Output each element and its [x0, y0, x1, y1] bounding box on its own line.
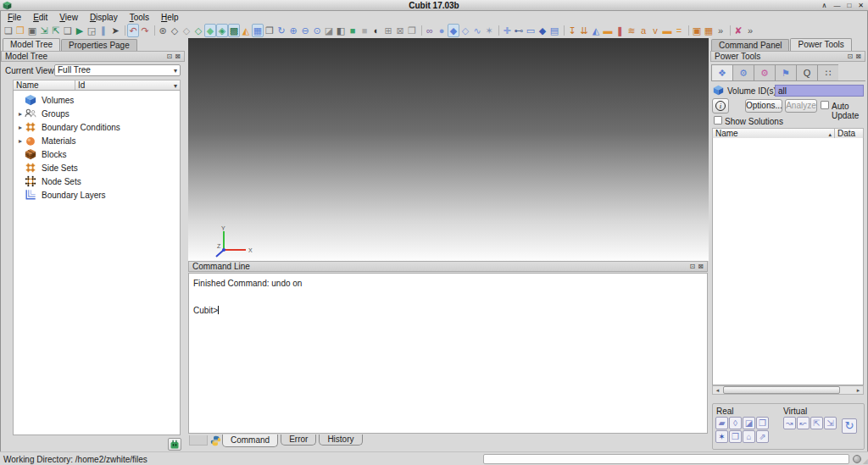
expander-icon[interactable]: ▸: [16, 124, 25, 131]
tree-item-volumes[interactable]: Volumes: [14, 93, 180, 107]
volume-ids-input[interactable]: [775, 85, 864, 97]
maximize-button[interactable]: □: [847, 0, 851, 11]
virtual-split-button[interactable]: ⇲: [824, 417, 837, 429]
zoom-fit-button[interactable]: ⊙: [311, 24, 323, 37]
create-volume-button[interactable]: ◆: [537, 24, 548, 37]
cubit-mascot-button[interactable]: [168, 438, 181, 451]
meshing-tools-tab[interactable]: ⚙: [732, 64, 754, 81]
wireframe-mode-button[interactable]: ◇: [192, 24, 204, 37]
real-heal-button[interactable]: ⌂: [743, 430, 755, 443]
eraser-button[interactable]: ◪: [323, 24, 335, 37]
tab-command-panel[interactable]: Command Panel: [711, 39, 789, 51]
volume-select-button[interactable]: ◆: [448, 24, 459, 37]
tree-item-materials[interactable]: ▸ Materials: [14, 134, 180, 147]
search-tab[interactable]: Q: [796, 64, 817, 81]
virtual-composite-button[interactable]: ↝: [783, 417, 796, 429]
contrast-view-button[interactable]: ◐: [370, 24, 382, 37]
toolbar-overflow-chevron-2[interactable]: »: [744, 24, 756, 37]
real-blend-button[interactable]: ▰: [715, 417, 728, 429]
tree-item-boundary-layers[interactable]: Boundary Layers: [14, 188, 180, 202]
toolbar-overflow-chevron[interactable]: »: [715, 24, 726, 37]
float-panel-icon[interactable]: ⊡: [848, 53, 854, 61]
vertex-select-button[interactable]: ✶: [483, 24, 495, 37]
options-button[interactable]: Options...: [745, 99, 782, 113]
python-console-button[interactable]: [209, 435, 222, 447]
float-panel-icon[interactable]: ⊡: [690, 263, 696, 271]
menu-view[interactable]: View: [53, 12, 84, 23]
pick-tool-button[interactable]: ➤: [109, 24, 121, 37]
redo-button[interactable]: ↷: [139, 24, 151, 37]
velocity-bc-button[interactable]: v: [649, 24, 661, 37]
save-journal-button[interactable]: ◲: [86, 24, 97, 37]
open-file-button[interactable]: ❒: [14, 24, 26, 37]
menu-edit[interactable]: Edit: [27, 12, 53, 23]
constraint-bc-button[interactable]: =: [673, 24, 685, 37]
horizontal-scrollbar[interactable]: ◂ ▸: [712, 385, 864, 395]
menu-help[interactable]: Help: [155, 12, 185, 23]
groups-select-button[interactable]: ∞: [424, 24, 436, 37]
render-solid-button[interactable]: ■: [347, 24, 359, 37]
tree-item-side-sets[interactable]: Side Sets: [14, 161, 180, 174]
overlay-view-button[interactable]: ❐: [406, 24, 418, 37]
pick-widget-button[interactable]: ✘: [732, 24, 744, 37]
minimize-button[interactable]: —: [833, 0, 840, 11]
float-panel-icon[interactable]: ⊡: [167, 53, 173, 61]
body-select-button[interactable]: ●: [436, 24, 448, 37]
real-remove-button[interactable]: ✶: [715, 430, 728, 443]
tab-error[interactable]: Error: [281, 435, 316, 446]
temperature-bc-button[interactable]: ❚: [614, 24, 626, 37]
export-button[interactable]: ⇱: [50, 24, 62, 37]
play-journal-button[interactable]: ▶: [74, 24, 86, 37]
close-panel-icon[interactable]: ⊠: [175, 53, 181, 61]
sideset-button[interactable]: ▣: [691, 24, 703, 37]
mesh-mode-button[interactable]: ▩: [228, 24, 240, 37]
shaded-mode-button[interactable]: ◆: [204, 24, 216, 37]
shade-button[interactable]: ∧: [822, 0, 827, 11]
new-file-button[interactable]: ❏: [3, 24, 14, 37]
render-gray-button[interactable]: ■: [359, 24, 370, 37]
scrollbar-thumb[interactable]: [723, 386, 840, 394]
tree-item-node-sets[interactable]: Node Sets: [14, 174, 180, 188]
close-panel-icon[interactable]: ⊠: [698, 263, 704, 271]
moment-bc-button[interactable]: ◭: [590, 24, 602, 37]
results-table[interactable]: [712, 138, 864, 385]
undo-button[interactable]: ↶: [127, 24, 139, 37]
refresh-button[interactable]: ↻: [842, 418, 857, 434]
scroll-left-icon[interactable]: ◂: [713, 386, 722, 394]
force-bc-button[interactable]: ↧: [566, 24, 578, 37]
tree-item-blocks[interactable]: Blocks: [14, 147, 180, 161]
beam-bc-button[interactable]: ▬: [661, 24, 673, 37]
real-chamfer-button[interactable]: ◊: [729, 417, 742, 429]
settings-tab[interactable]: ∷: [817, 64, 838, 81]
wire-cube-button[interactable]: ⊞: [382, 24, 394, 37]
measure-button[interactable]: ◧: [335, 24, 347, 37]
quality-tools-tab[interactable]: ⚙: [754, 64, 775, 81]
nodeset-button[interactable]: ▦: [703, 24, 715, 37]
analyze-button[interactable]: Analyze: [785, 99, 817, 113]
validate-tab[interactable]: ⚑: [775, 64, 796, 81]
menu-display[interactable]: Display: [84, 12, 124, 23]
menu-tools[interactable]: Tools: [124, 12, 155, 23]
expander-icon[interactable]: ▸: [16, 137, 25, 145]
tab-properties-page[interactable]: Properties Page: [61, 39, 137, 51]
real-extend-button[interactable]: ⇗: [756, 430, 769, 443]
tree-item-boundary-conditions[interactable]: ▸ Boundary Conditions: [14, 120, 180, 134]
front-view-button[interactable]: ⊛: [157, 24, 169, 37]
clip-plane-button[interactable]: ◭: [240, 24, 252, 37]
tab-model-tree[interactable]: Model Tree: [3, 38, 60, 51]
expander-icon[interactable]: ▸: [16, 110, 25, 118]
real-split-button[interactable]: ◪: [743, 417, 755, 429]
auto-update-checkbox[interactable]: [821, 101, 829, 109]
tab-power-tools[interactable]: Power Tools: [790, 38, 851, 51]
create-curve-button[interactable]: ⊷: [513, 24, 525, 37]
mesh-lines-button[interactable]: ▦: [252, 24, 264, 37]
shell-bc-button[interactable]: ▬: [602, 24, 614, 37]
tree-item-groups[interactable]: ▸ Groups: [14, 107, 180, 120]
zoom-in-button[interactable]: ⊕: [287, 24, 299, 37]
close-panel-icon[interactable]: ⊠: [855, 53, 861, 61]
import-button[interactable]: ⇲: [38, 24, 50, 37]
multi-view-button[interactable]: ❐: [264, 24, 275, 37]
create-vertex-button[interactable]: ✚: [501, 24, 513, 37]
close-button[interactable]: ✕: [858, 0, 864, 11]
rotate-view-button[interactable]: ↻: [275, 24, 287, 37]
